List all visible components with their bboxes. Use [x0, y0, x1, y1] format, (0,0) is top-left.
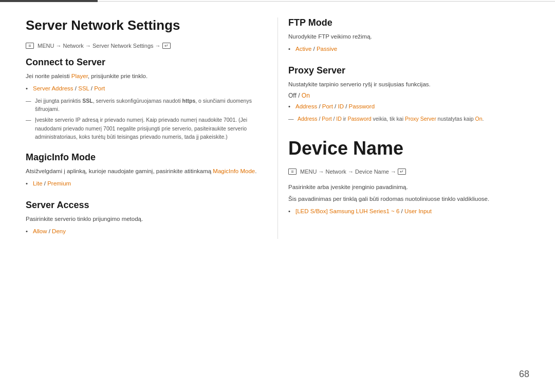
connect-note-2: Įveskite serverio IP adresą ir prievado …: [26, 116, 257, 141]
proxy-bullets: Address / Port / ID / Password: [288, 102, 529, 111]
menu-path-left: MENU → Network → Server Network Settings…: [26, 43, 257, 49]
magicinfo-body: Atsižvelgdami į aplinką, kurioje naudoja…: [26, 167, 257, 176]
proxy-body: Nustatykite tarpinio serverio ryšį ir su…: [288, 80, 529, 89]
proxy-status: Off / On: [288, 92, 529, 99]
section-title-proxy: Proxy Server: [288, 65, 529, 76]
proxy-note: Address / Port / ID ir Password veikia, …: [288, 115, 529, 123]
page-container: Server Network Settings MENU → Network →…: [0, 0, 555, 392]
device-name-big-title: Device Name: [288, 138, 529, 159]
section-title-ftp: FTP Mode: [288, 17, 529, 28]
bullet-active-passive: Active / Passive: [288, 45, 529, 54]
ftp-body: Nurodykite FTP veikimo režimą.: [288, 32, 529, 42]
magicinfo-bullets: Lite / Premium: [26, 179, 257, 189]
device-name-body2: Šis pavadinimas per tinklą gali būti rod…: [288, 195, 529, 204]
left-column: Server Network Settings MENU → Network →…: [26, 17, 278, 239]
right-column: FTP Mode Nurodykite FTP veikimo režimą. …: [278, 17, 529, 239]
main-title: Server Network Settings: [26, 17, 257, 33]
menu-end-icon: [162, 43, 171, 49]
bullet-allow-deny: Allow / Deny: [26, 227, 257, 236]
menu-end-icon-device: [398, 169, 406, 175]
top-line-light: [98, 1, 555, 2]
ftp-bullets: Active / Passive: [288, 45, 529, 54]
menu-path-text: MENU → Network → Server Network Settings…: [38, 43, 161, 49]
page-number: 68: [519, 369, 529, 380]
server-access-body: Pasirinkite serverio tinklo prijungimo m…: [26, 215, 257, 224]
menu-path-device-text: MENU → Network → Device Name →: [300, 169, 396, 175]
menu-icon-device: [288, 169, 297, 175]
server-access-bullets: Allow / Deny: [26, 227, 257, 236]
section-title-magicinfo: MagicInfo Mode: [26, 152, 257, 163]
connect-body: Jei norite paleisti Player, prisijunkite…: [26, 72, 257, 81]
menu-icon: [26, 43, 34, 49]
section-title-server-access: Server Access: [26, 200, 257, 211]
connect-bullets: Server Address / SSL / Port: [26, 84, 257, 94]
bullet-address-port-id-password: Address / Port / ID / Password: [288, 102, 529, 111]
top-line-dark: [0, 0, 98, 2]
device-name-section: Device Name MENU → Network → Device Name…: [288, 138, 529, 216]
bullet-lite-premium: Lite / Premium: [26, 179, 257, 189]
bullet-device-options: [LED S/Box] Samsung LUH Series1 ~ 6 / Us…: [288, 207, 529, 216]
device-name-bullets: [LED S/Box] Samsung LUH Series1 ~ 6 / Us…: [288, 207, 529, 216]
section-title-connect: Connect to Server: [26, 57, 257, 68]
connect-note-1: Jei įjungta parinktis SSL, serveris suko…: [26, 97, 257, 114]
bullet-server-address: Server Address / SSL / Port: [26, 84, 257, 94]
content-area: Server Network Settings MENU → Network →…: [0, 2, 555, 254]
device-name-body1: Pasirinkite arba įveskite įrenginio pava…: [288, 183, 529, 192]
menu-path-device: MENU → Network → Device Name →: [288, 169, 529, 175]
